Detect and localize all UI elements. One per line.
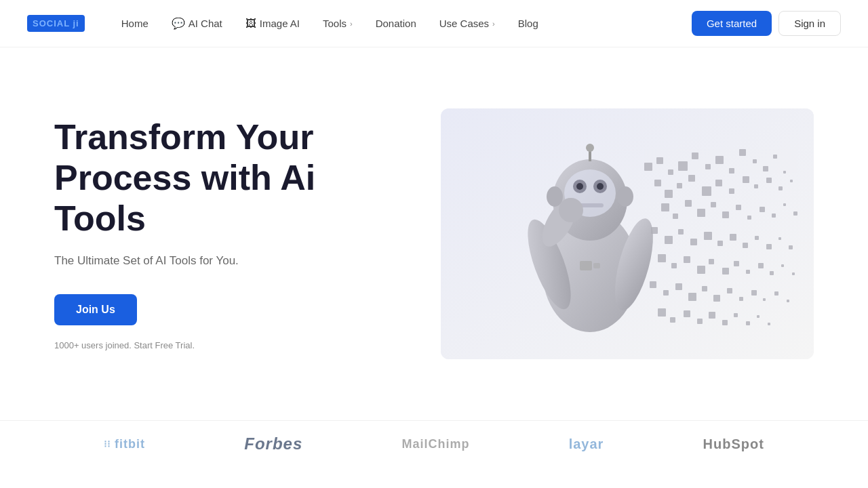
fitbit-label: fitbit	[115, 437, 145, 451]
svg-rect-91	[658, 308, 666, 317]
nav-use-cases-label: Use Cases	[439, 18, 489, 29]
layar-label: layar	[569, 436, 604, 452]
logo[interactable]: SOCIAL ji	[27, 15, 85, 32]
svg-rect-46	[697, 209, 705, 217]
svg-rect-38	[743, 176, 749, 183]
svg-rect-35	[702, 186, 711, 196]
svg-rect-77	[781, 264, 784, 267]
svg-rect-99	[757, 315, 760, 318]
navbar: SOCIAL ji Home 💬 AI Chat 🖼 Image AI Tool…	[0, 0, 868, 47]
nav-donation[interactable]: Donation	[366, 12, 426, 35]
svg-rect-70	[697, 266, 705, 274]
svg-point-8	[597, 183, 604, 190]
sign-in-button[interactable]: Sign in	[778, 11, 841, 36]
svg-rect-31	[654, 180, 661, 186]
svg-rect-64	[766, 244, 772, 249]
hubspot-label: HubSpot	[703, 436, 764, 452]
svg-rect-36	[715, 180, 722, 186]
logo-accent: ji	[70, 18, 79, 28]
nav-use-cases[interactable]: Use Cases ›	[430, 12, 505, 35]
nav-tools-label: Tools	[323, 18, 347, 29]
logo-box: SOCIAL ji	[27, 15, 85, 32]
hero-section: Transform Your Process with Ai Tools The…	[0, 47, 868, 420]
svg-rect-41	[778, 186, 783, 190]
svg-rect-28	[763, 166, 768, 171]
nav-blog-label: Blog	[518, 18, 538, 29]
nav-tools[interactable]: Tools ›	[313, 12, 362, 35]
svg-rect-72	[722, 268, 729, 274]
nav-ai-chat[interactable]: 💬 AI Chat	[162, 12, 232, 35]
svg-rect-19	[656, 157, 663, 164]
svg-rect-83	[702, 286, 707, 291]
forbes-label: Forbes	[244, 434, 302, 453]
svg-rect-66	[789, 245, 793, 249]
svg-rect-27	[753, 159, 757, 163]
hero-content: Transform Your Process with Ai Tools The…	[54, 117, 393, 350]
svg-rect-25	[729, 168, 734, 174]
nav-links: Home 💬 AI Chat 🖼 Image AI Tools › Donati…	[112, 12, 692, 35]
svg-rect-102	[593, 263, 600, 268]
svg-rect-75	[758, 263, 764, 268]
svg-rect-58	[690, 239, 697, 245]
svg-rect-50	[747, 216, 751, 220]
tools-chevron-icon: ›	[350, 20, 353, 28]
svg-rect-24	[715, 156, 724, 164]
nav-image-ai[interactable]: 🖼 Image AI	[236, 12, 309, 35]
svg-rect-60	[717, 241, 723, 246]
nav-blog[interactable]: Blog	[509, 12, 548, 35]
svg-rect-45	[685, 200, 692, 207]
brand-layar: layar	[569, 436, 604, 452]
get-started-button[interactable]: Get started	[692, 11, 772, 36]
join-us-button[interactable]: Join Us	[54, 294, 137, 325]
fitbit-dots-icon: ⁝⁝	[104, 439, 111, 449]
svg-rect-93	[684, 310, 690, 317]
nav-donation-label: Donation	[376, 18, 416, 29]
svg-rect-97	[734, 313, 738, 317]
svg-rect-82	[688, 293, 696, 301]
svg-rect-56	[665, 236, 673, 244]
svg-rect-94	[697, 319, 703, 324]
svg-rect-78	[792, 272, 795, 275]
svg-rect-73	[734, 261, 739, 266]
use-cases-chevron-icon: ›	[492, 20, 495, 28]
svg-rect-43	[661, 203, 669, 211]
svg-rect-76	[770, 271, 774, 275]
svg-rect-74	[746, 270, 750, 274]
svg-rect-96	[722, 320, 728, 325]
svg-rect-33	[677, 183, 682, 188]
svg-rect-44	[673, 214, 678, 219]
svg-rect-81	[675, 283, 682, 290]
svg-rect-53	[783, 203, 786, 206]
robot-svg	[441, 108, 814, 359]
svg-rect-40	[766, 178, 772, 183]
svg-rect-49	[736, 205, 741, 210]
svg-rect-48	[722, 211, 729, 218]
svg-rect-51	[760, 207, 765, 212]
hero-illustration	[420, 108, 814, 359]
svg-rect-84	[713, 295, 720, 302]
svg-rect-22	[692, 152, 698, 159]
svg-rect-59	[704, 232, 712, 240]
svg-point-17	[586, 144, 594, 152]
brand-forbes: Forbes	[244, 434, 302, 453]
svg-rect-86	[739, 297, 743, 301]
svg-rect-67	[658, 254, 666, 262]
svg-rect-95	[709, 312, 715, 319]
svg-rect-89	[774, 291, 778, 296]
brands-strip: ⁝⁝ fitbit Forbes MailChimp layar HubSpot	[0, 420, 868, 474]
svg-rect-87	[751, 290, 757, 296]
svg-rect-20	[668, 169, 673, 175]
svg-rect-80	[663, 290, 669, 296]
hero-subtitle: The Ultimate Set of AI Tools for You.	[54, 252, 393, 270]
hero-note: 1000+ users joined. Start Free Trial.	[54, 340, 393, 350]
svg-rect-54	[793, 211, 797, 216]
nav-home[interactable]: Home	[112, 12, 158, 35]
svg-rect-55	[651, 227, 658, 234]
svg-rect-92	[670, 317, 675, 323]
svg-rect-63	[755, 236, 759, 240]
svg-rect-101	[580, 261, 592, 270]
svg-rect-34	[688, 175, 695, 182]
image-icon: 🖼	[245, 18, 256, 30]
svg-rect-29	[773, 155, 777, 159]
robot-image	[441, 108, 814, 359]
